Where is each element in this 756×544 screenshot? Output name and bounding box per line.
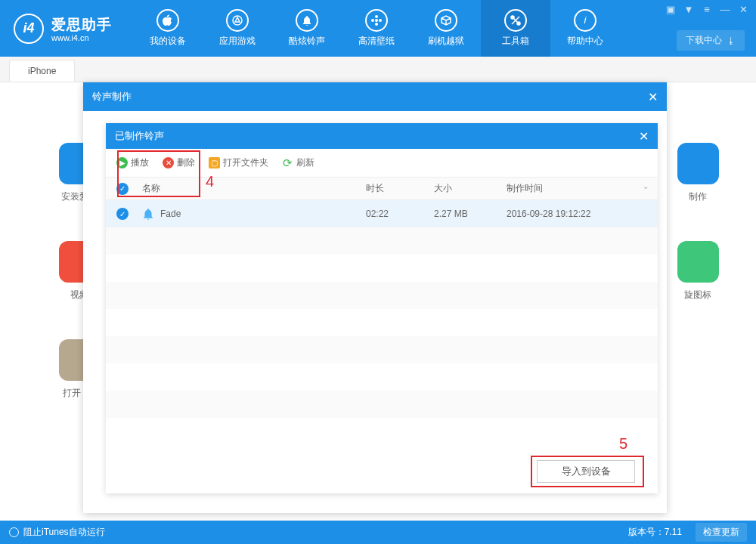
- select-all-checkbox[interactable]: ✓: [116, 183, 129, 195]
- table-header: ✓ 名称 时长 大小 制作时间⌄: [106, 178, 658, 200]
- refresh-icon: ⟳: [282, 157, 293, 168]
- content-area: 安装爱思 制作 视频 旋图标 打开 SS 铃声制作 ✕ 已制作铃声 ✕ ▶播放 …: [0, 82, 756, 521]
- nav-toolbox[interactable]: 工具箱: [481, 0, 550, 57]
- info-icon: i: [574, 9, 596, 32]
- logo: i4 爱思助手 www.i4.cn: [0, 14, 125, 44]
- close-icon[interactable]: ✕: [738, 5, 748, 15]
- inner-modal-title: 已制作铃声: [115, 129, 164, 143]
- tab-iphone[interactable]: iPhone: [9, 60, 75, 82]
- delete-icon: ✕: [163, 157, 174, 168]
- logo-icon: i4: [14, 14, 44, 44]
- toggle-icon[interactable]: [9, 527, 19, 537]
- skin-icon[interactable]: ▼: [683, 5, 694, 15]
- col-duration[interactable]: 时长: [366, 182, 434, 195]
- toolbar: ▶播放 ✕删除 ▢打开文件夹 ⟳刷新: [106, 149, 658, 178]
- nav-help[interactable]: i 帮助中心: [550, 0, 620, 57]
- main-nav: 我的设备 应用游戏 酷炫铃声 高清壁纸 刷机越狱 工具箱 i 帮助中心: [133, 0, 620, 57]
- tools-icon: [504, 9, 527, 32]
- grid-make[interactable]: 制作: [671, 143, 724, 203]
- svg-point-2: [375, 15, 378, 18]
- download-icon: ⭳: [727, 36, 736, 46]
- block-itunes-label[interactable]: 阻止iTunes自动运行: [23, 526, 105, 539]
- app-header: i4 爱思助手 www.i4.cn 我的设备 应用游戏 酷炫铃声 高清壁纸 刷机…: [0, 0, 756, 57]
- svg-point-3: [375, 23, 378, 26]
- svg-point-5: [379, 19, 382, 22]
- play-icon: ▶: [116, 157, 128, 168]
- svg-point-1: [375, 19, 378, 22]
- row-checkbox[interactable]: ✓: [116, 208, 129, 220]
- svg-point-6: [511, 16, 514, 19]
- svg-text:i: i: [584, 14, 587, 26]
- grid-rotate[interactable]: 旋图标: [671, 241, 724, 301]
- row-duration: 02:22: [366, 209, 434, 219]
- delete-button[interactable]: ✕删除: [163, 156, 195, 169]
- app-store-icon: [226, 9, 249, 32]
- col-size[interactable]: 大小: [434, 182, 502, 195]
- ringtone-table: ✓ 名称 时长 大小 制作时间⌄ ✓ Fade 02:22 2.27 MB 20…: [106, 178, 658, 445]
- check-update-button[interactable]: 检查更新: [696, 523, 747, 542]
- made-ringtones-modal: 已制作铃声 ✕ ▶播放 ✕删除 ▢打开文件夹 ⟳刷新 ✓ 名称 时长 大小 制作…: [106, 123, 658, 493]
- annotation-5: 5: [619, 435, 627, 453]
- chevron-down-icon: ⌄: [643, 182, 649, 190]
- bell-plus-icon: [677, 143, 719, 184]
- close-icon[interactable]: ✕: [639, 129, 649, 144]
- ringtone-icon: [142, 208, 154, 220]
- close-icon[interactable]: ✕: [648, 90, 658, 104]
- nav-apps[interactable]: 应用游戏: [203, 0, 272, 57]
- status-bar: 阻止iTunes自动运行 版本号：7.11 检查更新: [0, 521, 756, 544]
- apple-icon: [156, 9, 179, 32]
- table-row[interactable]: ✓ Fade 02:22 2.27 MB 2016-09-28 19:12:22: [106, 200, 658, 227]
- nav-my-device[interactable]: 我的设备: [133, 0, 203, 57]
- row-size: 2.27 MB: [434, 209, 502, 219]
- nav-ringtones[interactable]: 酷炫铃声: [272, 0, 342, 57]
- bell-icon: [296, 9, 318, 32]
- col-created[interactable]: 制作时间⌄: [502, 182, 658, 195]
- app-name: 爱思助手: [51, 15, 112, 35]
- version-label: 版本号：7.11: [628, 526, 682, 539]
- row-created: 2016-09-28 19:12:22: [502, 209, 658, 219]
- refresh-button[interactable]: ⟳刷新: [282, 156, 314, 169]
- feedback-icon[interactable]: ▣: [665, 5, 676, 15]
- box-icon: [435, 9, 457, 32]
- open-folder-button[interactable]: ▢打开文件夹: [209, 156, 268, 169]
- svg-point-4: [371, 19, 374, 22]
- nav-wallpapers[interactable]: 高清壁纸: [342, 0, 411, 57]
- rotate-icon: [677, 241, 719, 283]
- device-tabs: iPhone: [0, 57, 756, 82]
- minimize-icon[interactable]: —: [720, 5, 730, 15]
- import-to-device-button[interactable]: 导入到设备: [537, 460, 635, 483]
- window-controls: ▣ ▼ ≡ — ✕: [665, 5, 748, 15]
- flower-icon: [365, 9, 388, 32]
- nav-jailbreak[interactable]: 刷机越狱: [411, 0, 481, 57]
- annotation-4: 4: [206, 173, 214, 190]
- outer-modal-title: 铃声制作: [92, 90, 132, 104]
- row-name: Fade: [160, 209, 181, 219]
- download-center-button[interactable]: 下载中心 ⭳: [677, 30, 745, 51]
- svg-point-7: [517, 22, 520, 25]
- folder-icon: ▢: [209, 157, 220, 168]
- col-name[interactable]: 名称: [139, 182, 366, 195]
- menu-icon[interactable]: ≡: [702, 5, 712, 15]
- play-button[interactable]: ▶播放: [116, 156, 149, 169]
